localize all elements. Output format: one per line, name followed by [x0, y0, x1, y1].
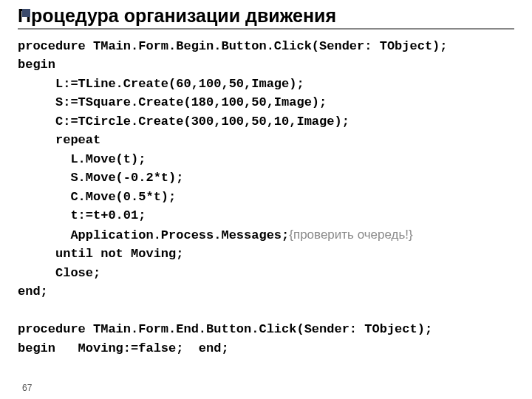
- code-block: procedure TMain.Form.Begin.Button.Click(…: [18, 37, 514, 358]
- code-line: procedure TMain.Form.End.Button.Click(Se…: [18, 322, 432, 336]
- slide-title: Процедура организации движения: [18, 6, 514, 30]
- code-line: end;: [18, 284, 48, 299]
- code-line: begin: [18, 58, 55, 72]
- code-line: repeat: [18, 133, 100, 147]
- page-number: 67: [22, 383, 32, 393]
- code-line: C:=TCircle.Create(300,100,50,10,Image);: [18, 115, 349, 129]
- code-line: t:=t+0.01;: [18, 208, 146, 222]
- code-line: begin Moving:=false; end;: [18, 341, 229, 355]
- code-comment: {проверить очередь!}: [289, 228, 413, 242]
- code-line: S:=TSquare.Create(180,100,50,Image);: [18, 95, 327, 109]
- code-line: Close;: [18, 266, 100, 280]
- code-line: until not Moving;: [18, 247, 183, 261]
- code-line: procedure TMain.Form.Begin.Button.Click(…: [18, 39, 448, 53]
- code-line: Application.Process.Messages;: [18, 228, 289, 242]
- code-line: S.Move(-0.2*t);: [18, 171, 183, 185]
- code-line: L.Move(t);: [18, 152, 146, 166]
- code-line: C.Move(0.5*t);: [18, 190, 176, 204]
- code-line: L:=TLine.Create(60,100,50,Image);: [18, 77, 304, 91]
- title-bullet-icon: [22, 9, 30, 17]
